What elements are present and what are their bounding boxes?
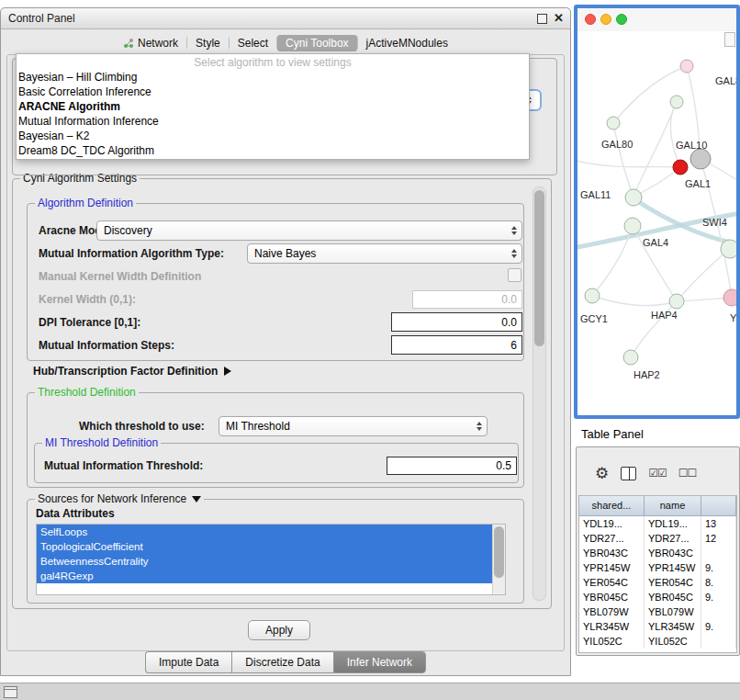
network-node-gal1-selected[interactable]	[673, 160, 688, 175]
minimize-traffic-light[interactable]	[600, 14, 611, 25]
algorithm-dropdown-popup: Select algorithm to view settings Bayesi…	[16, 53, 530, 160]
tab-cyni-toolbox[interactable]: Cyni Toolbox	[277, 35, 356, 51]
cell-shared-name: YDL19...	[579, 516, 645, 531]
dpi-tolerance-label: DPI Tolerance [0,1]:	[39, 315, 140, 330]
table-row[interactable]: YBR043C YBR043C	[579, 546, 736, 560]
network-edge	[613, 123, 633, 197]
table-row[interactable]: YPR145W YPR145W 9.	[579, 560, 736, 575]
zoom-traffic-light[interactable]	[616, 14, 627, 25]
manual-kernel-width-checkbox[interactable]	[508, 268, 521, 282]
cell-name: YBR045C	[645, 590, 701, 604]
cell-name: YDL19...	[645, 516, 701, 531]
column-header-extra[interactable]	[701, 496, 736, 515]
dropdown-item-aracne[interactable]: ARACNE Algorithm	[17, 99, 529, 114]
column-header-shared-name[interactable]: shared...	[579, 496, 645, 515]
network-node-gcy1[interactable]	[585, 288, 600, 303]
scrollbar-thumb[interactable]	[494, 526, 504, 578]
table-row[interactable]: YDL19... YDL19... 13	[579, 516, 736, 531]
network-node-gal11[interactable]	[625, 189, 642, 206]
attributes-list-scrollbar[interactable]	[492, 525, 505, 594]
dropdown-item-bayesian-k2[interactable]: Bayesian – K2	[17, 129, 529, 143]
cell-shared-name: YBR043C	[579, 546, 645, 560]
tab-label: Cyni Toolbox	[286, 37, 348, 50]
dropdown-item-mutual-information[interactable]: Mutual Information Inference	[17, 114, 529, 129]
network-window-titlebar[interactable]	[577, 8, 736, 32]
tab-jactivemnodules[interactable]: jActiveMNodules	[358, 35, 456, 51]
tab-select[interactable]: Select	[230, 35, 276, 51]
network-canvas[interactable]: GAL8 GAL80 GAL10 GAL1 GAL11 SWI4 GAL4 GC…	[577, 31, 736, 415]
network-node-hap4[interactable]	[669, 294, 684, 309]
tab-discretize-data[interactable]: Discretize Data	[231, 651, 332, 673]
dpi-tolerance-input[interactable]: 0.0	[391, 312, 522, 332]
kernel-width-label: Kernel Width (0,1):	[39, 292, 136, 307]
node-label: GAL10	[676, 140, 707, 151]
list-item-betweennesscentrality[interactable]: BetweennessCentrality	[37, 554, 493, 569]
combo-stepper-icon	[477, 422, 482, 431]
mi-threshold-input[interactable]: 0.5	[387, 457, 517, 475]
mi-steps-input[interactable]: 6	[391, 335, 522, 355]
settings-scrollbar[interactable]	[533, 186, 546, 601]
scrollbar-thumb[interactable]	[534, 190, 544, 346]
network-node-gal4[interactable]	[624, 218, 641, 234]
list-item-gal4rgexp[interactable]: gal4RGexp	[37, 569, 493, 583]
column-header-name[interactable]: name	[645, 496, 701, 515]
network-node-gal80[interactable]	[607, 117, 620, 130]
list-item-topologicalcoefficient[interactable]: TopologicalCoefficient	[37, 539, 493, 554]
network-node[interactable]	[670, 96, 683, 108]
cell-extra: 9.	[701, 560, 736, 575]
network-scrollbar[interactable]	[724, 32, 735, 47]
table-row[interactable]: YDR27... YDR27... 12	[579, 531, 736, 546]
bottom-tab-bar: Impute Data Discretize Data Infer Networ…	[1, 651, 570, 673]
network-node-gal10[interactable]	[690, 149, 711, 169]
list-item-selfloops[interactable]: SelfLoops	[37, 525, 493, 539]
node-label: GAL1	[685, 178, 711, 189]
tab-impute-data[interactable]: Impute Data	[145, 651, 231, 673]
network-tab-icon	[123, 38, 134, 49]
table-row[interactable]: YBL079W YBL079W	[579, 604, 736, 619]
table-row[interactable]: YER054C YER054C 8.	[579, 575, 736, 590]
control-panel-titlebar[interactable]: Control Panel ✕	[1, 8, 570, 29]
mi-threshold-legend: MI Threshold Definition	[42, 436, 161, 449]
cell-extra: 13	[701, 516, 736, 531]
combo-stepper-icon	[511, 226, 517, 235]
table-panel-title: Table Panel	[581, 427, 644, 441]
gear-icon[interactable]: ⚙	[595, 466, 609, 481]
collapse-down-icon	[192, 496, 201, 502]
node-label: GAL8	[715, 75, 736, 86]
tab-network[interactable]: Network	[115, 35, 186, 51]
deselect-all-icon[interactable]: ☐☐	[678, 468, 697, 479]
dropdown-item-dream8[interactable]: Dream8 DC_TDC Algorithm	[17, 143, 529, 158]
columns-icon[interactable]	[621, 467, 636, 480]
network-node[interactable]	[723, 289, 736, 306]
network-node[interactable]	[680, 60, 693, 73]
close-traffic-light[interactable]	[585, 14, 596, 25]
network-node-hap2[interactable]	[623, 350, 638, 365]
mi-threshold-label: Mutual Information Threshold:	[44, 458, 203, 473]
cell-name: YPR145W	[645, 560, 701, 575]
table-row[interactable]: YBR045C YBR045C 9.	[579, 590, 736, 604]
select-all-icon[interactable]: ☑☑	[648, 468, 667, 479]
network-node-swi4[interactable]	[721, 240, 736, 258]
cell-name: YIL052C	[645, 634, 701, 649]
tab-label: Select	[238, 37, 268, 50]
node-label: HAP4	[651, 310, 678, 321]
tab-infer-network[interactable]: Infer Network	[333, 651, 426, 673]
panel-dock-icon[interactable]	[4, 686, 17, 698]
close-icon[interactable]: ✕	[554, 11, 564, 25]
dropdown-item-bayesian-hill-climbing[interactable]: Bayesian – Hill Climbing	[17, 70, 529, 85]
mi-algorithm-type-select[interactable]: Naive Bayes	[247, 243, 522, 264]
threshold-definition-legend: Threshold Definition	[35, 386, 139, 399]
dropdown-item-basic-correlation[interactable]: Basic Correlation Inference	[17, 85, 529, 99]
aracne-mode-select[interactable]: Discovery	[96, 220, 522, 241]
which-threshold-select[interactable]: MI Threshold	[219, 416, 488, 436]
network-edge	[613, 66, 687, 123]
table-row[interactable]: YIL052C YIL052C	[579, 634, 736, 649]
table-row[interactable]: YLR345W YLR345W 9.	[579, 619, 736, 634]
hub-definition-toggle[interactable]: Hub/Transcription Factor Definition	[33, 365, 231, 378]
tab-label: Style	[196, 37, 220, 50]
kernel-width-input[interactable]: 0.0	[412, 290, 522, 309]
tab-style[interactable]: Style	[187, 35, 229, 51]
sources-legend[interactable]: Sources for Network Inference	[35, 492, 204, 505]
apply-button[interactable]: Apply	[248, 620, 310, 640]
float-window-icon[interactable]	[537, 14, 547, 24]
